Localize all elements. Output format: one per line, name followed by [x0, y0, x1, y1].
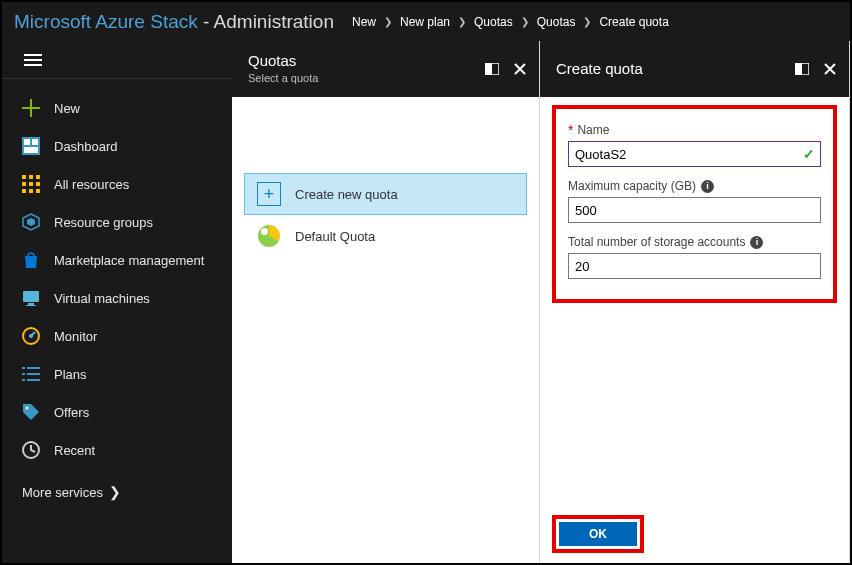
svg-rect-3	[24, 147, 38, 153]
accounts-input[interactable]	[568, 253, 821, 279]
svg-rect-21	[27, 367, 40, 369]
hamburger-button[interactable]	[2, 41, 232, 79]
svg-rect-5	[29, 175, 33, 179]
breadcrumb: New ❯ New plan ❯ Quotas ❯ Quotas ❯ Creat…	[352, 15, 669, 29]
quota-item-default[interactable]: Default Quota	[244, 215, 527, 257]
nav-label: All resources	[54, 177, 129, 192]
svg-rect-25	[27, 379, 40, 381]
svg-rect-11	[29, 189, 33, 193]
breadcrumb-item[interactable]: New	[352, 15, 376, 29]
nav-monitor[interactable]: Monitor	[2, 317, 232, 355]
blade-body: + Create new quota Default Quota	[232, 97, 539, 563]
svg-rect-2	[32, 139, 38, 145]
nav-label: Plans	[54, 367, 87, 382]
close-icon[interactable]	[823, 62, 837, 76]
svg-rect-23	[27, 373, 40, 375]
cube-icon	[22, 213, 40, 231]
checkmark-icon: ✓	[803, 146, 815, 162]
svg-rect-6	[36, 175, 40, 179]
pie-chart-icon	[257, 224, 281, 248]
nav-plans[interactable]: Plans	[2, 355, 232, 393]
dashboard-icon	[22, 137, 40, 155]
nav-resource-groups[interactable]: Resource groups	[2, 203, 232, 241]
blade-body: * Name ✓ Maximum capacity (GB) i Total n…	[540, 97, 849, 563]
svg-rect-17	[26, 305, 36, 306]
blade-title: Quotas	[248, 52, 485, 70]
name-input[interactable]	[568, 141, 821, 167]
more-services-label: More services	[22, 485, 103, 500]
sidebar: New Dashboard All resources Resource gro…	[2, 41, 232, 563]
bag-icon	[22, 251, 40, 269]
svg-marker-14	[27, 218, 35, 226]
plus-icon	[22, 99, 40, 117]
svg-rect-15	[23, 291, 39, 302]
svg-rect-16	[28, 303, 34, 305]
nav-label: Dashboard	[54, 139, 118, 154]
nav-label: Virtual machines	[54, 291, 150, 306]
nav-dashboard[interactable]: Dashboard	[2, 127, 232, 165]
svg-point-26	[26, 407, 29, 410]
breadcrumb-item[interactable]: Quotas	[474, 15, 513, 29]
list-icon	[22, 365, 40, 383]
body: New Dashboard All resources Resource gro…	[2, 41, 850, 563]
breadcrumb-item[interactable]: Create quota	[599, 15, 668, 29]
ok-button[interactable]: OK	[559, 522, 637, 546]
ok-highlight: OK	[552, 515, 644, 553]
accounts-label-text: Total number of storage accounts	[568, 235, 745, 249]
close-icon[interactable]	[513, 62, 527, 76]
maximize-icon[interactable]	[795, 62, 809, 76]
quota-item-label: Default Quota	[295, 229, 375, 244]
hamburger-icon	[24, 51, 42, 69]
blade-header: Create quota	[540, 41, 849, 97]
nav-offers[interactable]: Offers	[2, 393, 232, 431]
svg-rect-9	[36, 182, 40, 186]
chevron-right-icon: ❯	[583, 16, 591, 27]
nav-virtual-machines[interactable]: Virtual machines	[2, 279, 232, 317]
chevron-right-icon: ❯	[109, 484, 121, 500]
nav-label: Monitor	[54, 329, 97, 344]
nav-label: New	[54, 101, 80, 116]
quota-item-label: Create new quota	[295, 187, 398, 202]
form-highlight: * Name ✓ Maximum capacity (GB) i Total n…	[552, 105, 837, 303]
chevron-right-icon: ❯	[384, 16, 392, 27]
more-services-button[interactable]: More services ❯	[2, 473, 232, 511]
tag-icon	[22, 403, 40, 421]
breadcrumb-item[interactable]: Quotas	[537, 15, 576, 29]
blade-quotas: Quotas Select a quota + Create new quota…	[232, 41, 540, 563]
product-title: Microsoft Azure Stack - Administration	[14, 11, 334, 33]
nav-label: Resource groups	[54, 215, 153, 230]
blade-header: Quotas Select a quota	[232, 41, 539, 97]
capacity-label-text: Maximum capacity (GB)	[568, 179, 696, 193]
capacity-input[interactable]	[568, 197, 821, 223]
info-icon[interactable]: i	[701, 180, 714, 193]
product-name: Microsoft Azure Stack	[14, 11, 198, 32]
nav: New Dashboard All resources Resource gro…	[2, 79, 232, 469]
quota-item-create-new[interactable]: + Create new quota	[244, 173, 527, 215]
svg-rect-10	[22, 189, 26, 193]
quota-list: + Create new quota Default Quota	[232, 97, 539, 257]
svg-rect-4	[22, 175, 26, 179]
chevron-right-icon: ❯	[521, 16, 529, 27]
monitor-icon	[22, 289, 40, 307]
plus-box-icon: +	[257, 182, 281, 206]
nav-recent[interactable]: Recent	[2, 431, 232, 469]
clock-icon	[22, 441, 40, 459]
blade-create-quota: Create quota * Name ✓ Maximum capacity (…	[540, 41, 850, 563]
nav-all-resources[interactable]: All resources	[2, 165, 232, 203]
nav-marketplace[interactable]: Marketplace management	[2, 241, 232, 279]
name-field-wrap: ✓	[568, 141, 821, 167]
admin-area: Administration	[214, 11, 334, 32]
topbar: Microsoft Azure Stack - Administration N…	[2, 2, 850, 41]
blade-subtitle: Select a quota	[248, 72, 485, 85]
svg-rect-29	[485, 63, 492, 75]
nav-new[interactable]: New	[2, 89, 232, 127]
svg-rect-8	[29, 182, 33, 186]
nav-label: Recent	[54, 443, 95, 458]
info-icon[interactable]: i	[750, 236, 763, 249]
nav-label: Marketplace management	[54, 253, 204, 268]
svg-rect-7	[22, 182, 26, 186]
nav-label: Offers	[54, 405, 89, 420]
maximize-icon[interactable]	[485, 62, 499, 76]
svg-rect-22	[22, 373, 25, 375]
breadcrumb-item[interactable]: New plan	[400, 15, 450, 29]
